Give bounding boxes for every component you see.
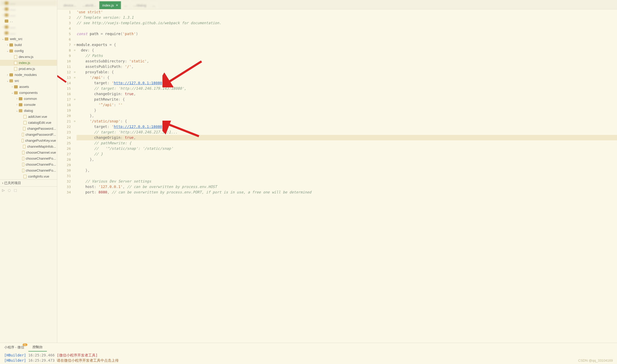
code-line[interactable] <box>77 26 617 31</box>
tree-item[interactable]: ›...... <box>0 24 57 30</box>
tree-item[interactable]: . . <box>0 18 57 24</box>
code-line[interactable]: // Paths <box>77 53 617 58</box>
code-line[interactable]: // see http://vuejs-templates.github.io/… <box>77 20 617 26</box>
closed-projects-section[interactable]: › 已关闭项目 <box>0 179 57 186</box>
fold-marker[interactable] <box>73 113 77 119</box>
tree-item[interactable]: changePasswordF... <box>0 132 57 138</box>
fold-marker[interactable]: ⊟ <box>73 97 77 102</box>
fold-marker[interactable]: ⊟ <box>73 48 77 53</box>
cube-icon[interactable]: ⬚ <box>14 188 17 192</box>
tree-item[interactable]: ⌄config <box>0 48 57 54</box>
tree-item[interactable]: prod.env.js <box>0 66 57 72</box>
code-line[interactable] <box>77 162 617 168</box>
tree-item[interactable]: ›console <box>0 102 57 108</box>
fold-marker[interactable] <box>73 20 77 26</box>
fold-marker[interactable] <box>73 86 77 91</box>
fold-marker[interactable]: ⊟ <box>73 75 77 80</box>
editor-tab[interactable]: ...ats/di... <box>79 1 99 9</box>
fold-marker[interactable] <box>73 58 77 64</box>
fold-marker[interactable]: ⊟ <box>73 119 77 124</box>
code-line[interactable]: changeOrigin: true, <box>77 91 617 97</box>
code-line[interactable]: assetsPublicPath: '/', <box>77 64 617 69</box>
fold-marker[interactable] <box>73 146 77 151</box>
fold-marker[interactable] <box>73 140 77 146</box>
tree-item[interactable]: addUser.vue <box>0 114 57 120</box>
code-line[interactable]: target: 'http://127.0.0.1:18080', <box>77 124 617 129</box>
tree-item[interactable]: index.js <box>0 60 57 66</box>
tree-item[interactable]: configInfo.vue <box>0 173 57 179</box>
fold-marker[interactable] <box>73 162 77 168</box>
tree-item[interactable]: changePassword... <box>0 126 57 132</box>
tree-item[interactable]: chooseChannelFo... <box>0 161 57 167</box>
code-line[interactable]: '^/api': '' <box>77 102 617 108</box>
fold-marker[interactable] <box>73 53 77 58</box>
tree-item[interactable]: dev.env.js <box>0 54 57 60</box>
fold-marker[interactable] <box>73 64 77 69</box>
tree-item[interactable]: ›common <box>0 96 57 102</box>
code-line[interactable]: // target: 'http://140.246.217.36:1... <box>77 129 617 135</box>
code-line[interactable]: assetsSubDirectory: 'static', <box>77 58 617 64</box>
code-line[interactable]: '/static/snap': { <box>77 119 617 124</box>
tree-item[interactable]: ...... <box>0 30 57 36</box>
code-line[interactable]: }, <box>77 157 617 162</box>
code-content[interactable]: 'use strict'// Template version: 1.3.1//… <box>77 9 617 343</box>
fold-marker[interactable] <box>73 91 77 97</box>
fold-marker[interactable]: ⊟ <box>73 42 77 48</box>
code-line[interactable]: // } <box>77 151 617 157</box>
code-line[interactable]: }, <box>77 168 617 173</box>
tree-item[interactable]: chooseChannel.vue <box>0 150 57 155</box>
fold-marker[interactable] <box>73 9 77 15</box>
code-line[interactable]: 'use strict' <box>77 9 617 15</box>
tree-item[interactable]: ›...... <box>0 6 57 12</box>
tree-item[interactable]: ⌄dialog <box>0 108 57 114</box>
code-line[interactable]: // Template version: 1.3.1 <box>77 15 617 20</box>
ring-icon[interactable]: ◌ <box>8 188 11 192</box>
editor-tab[interactable]: ... <box>121 1 130 9</box>
fold-marker[interactable] <box>73 179 77 184</box>
code-line[interactable]: module.exports = { <box>77 42 617 48</box>
code-line[interactable]: pathRewrite: { <box>77 97 617 102</box>
fold-marker[interactable] <box>73 15 77 20</box>
fold-marker[interactable] <box>73 37 77 42</box>
code-line[interactable]: target: 'http://127.0.0.1:18080', <box>77 80 617 86</box>
code-area[interactable]: 1234567891011121314151617181920212223242… <box>57 9 617 343</box>
tree-item[interactable]: ⌄src <box>0 78 57 84</box>
tree-item[interactable]: ⌄components <box>0 90 57 96</box>
tree-item[interactable]: chooseChannelFo... <box>0 167 57 173</box>
fold-marker[interactable] <box>73 102 77 108</box>
code-line[interactable]: dev: { <box>77 48 617 53</box>
code-line[interactable]: // Various Dev Server settings <box>77 179 617 184</box>
fold-marker[interactable] <box>73 184 77 190</box>
tree-item[interactable]: ›...... <box>0 0 57 6</box>
fold-marker[interactable] <box>73 108 77 113</box>
code-line[interactable]: // target: 'http://140.246.179.143:18080… <box>77 86 617 91</box>
tree-item[interactable]: ›node_modules <box>0 72 57 78</box>
tree-item[interactable]: changePushKey.vue <box>0 138 57 144</box>
editor-tab[interactable]: .../dialog <box>130 1 149 9</box>
fold-marker[interactable] <box>73 124 77 129</box>
code-line[interactable]: '/api': { <box>77 75 617 80</box>
code-line[interactable]: host: '127.0.0.1', // can be overwritten… <box>77 184 617 190</box>
tree-item[interactable]: ›...... <box>0 12 57 18</box>
close-icon[interactable]: × <box>116 3 118 7</box>
fold-marker[interactable] <box>73 129 77 135</box>
tree-item[interactable]: channelMapInfob... <box>0 144 57 150</box>
tree-item[interactable]: ⌄web_src <box>0 36 57 42</box>
fold-marker[interactable] <box>73 151 77 157</box>
code-line[interactable] <box>77 173 617 179</box>
fold-marker[interactable] <box>73 135 77 140</box>
tree-item[interactable]: catalogEdit.vue <box>0 120 57 126</box>
run-icon[interactable]: ▷ <box>2 188 5 192</box>
code-line[interactable]: proxyTable: { <box>77 69 617 75</box>
code-line[interactable]: // '^/static/snap': '/static/snap' <box>77 146 617 151</box>
code-line[interactable]: port: 8080, // can be overwritten by pro… <box>77 190 617 195</box>
console-output[interactable]: [HBuilder] 16:25:29.466 [微信小程序开发者工具][HBu… <box>0 352 617 364</box>
tree-item[interactable]: ›assets <box>0 84 57 90</box>
code-line[interactable]: const path = require('path') <box>77 31 617 37</box>
fold-marker[interactable] <box>73 168 77 173</box>
fold-marker[interactable] <box>73 26 77 31</box>
code-line[interactable]: }, <box>77 113 617 119</box>
code-line[interactable]: } <box>77 108 617 113</box>
code-line[interactable]: changeOrigin: true, <box>77 135 617 140</box>
code-line[interactable] <box>77 37 617 42</box>
